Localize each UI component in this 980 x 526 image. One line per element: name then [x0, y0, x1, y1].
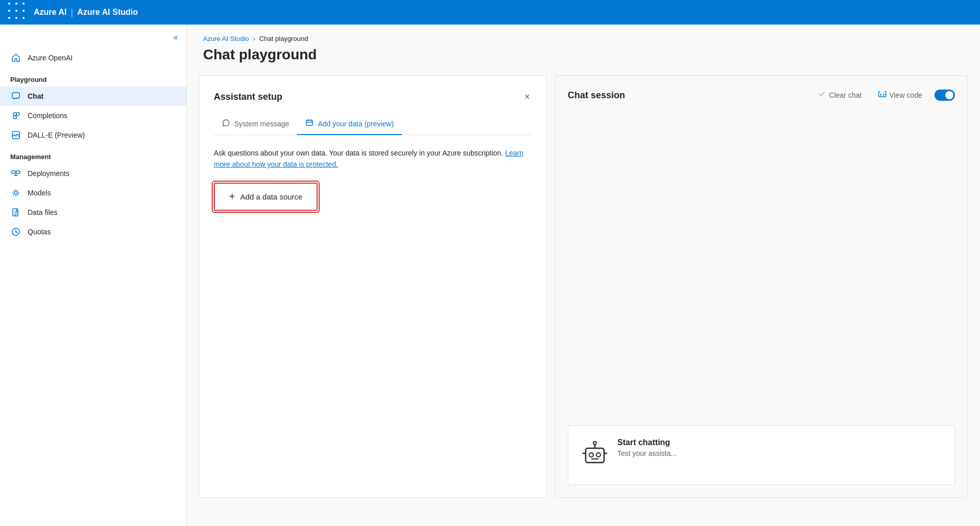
home-icon — [10, 53, 21, 62]
panel-close-button[interactable]: × — [522, 90, 532, 103]
sidebar-label-azure-openai: Azure OpenAI — [28, 54, 73, 62]
sidebar-item-completions[interactable]: Completions — [0, 106, 186, 125]
sidebar-label-models: Models — [28, 189, 51, 197]
system-message-tab-icon — [222, 119, 230, 129]
svg-point-1 — [13, 113, 16, 116]
topbar-divider: | — [71, 7, 73, 18]
view-code-button[interactable]: View code — [874, 88, 926, 102]
sidebar-label-dalle: DALL-E (Preview) — [28, 131, 85, 139]
svg-point-18 — [589, 453, 593, 457]
clear-chat-icon — [818, 90, 826, 100]
sidebar-item-chat[interactable]: Chat — [0, 86, 186, 106]
sidebar-label-chat: Chat — [28, 92, 43, 100]
description-text: Ask questions about your own data. Your … — [214, 147, 532, 170]
sidebar-label-data-files: Data files — [28, 208, 57, 216]
topbar: Azure AI | Azure AI Studio — [0, 0, 980, 25]
sidebar-item-deployments[interactable]: Deployments — [0, 164, 186, 183]
sidebar-item-models[interactable]: Models — [0, 183, 186, 203]
plus-icon: + — [229, 191, 235, 203]
chat-actions: Clear chat View code — [814, 88, 955, 102]
topbar-brand: Azure AI | Azure AI Studio — [34, 7, 138, 18]
svg-point-19 — [596, 453, 600, 457]
svg-rect-16 — [306, 120, 313, 125]
chat-session-title: Chat session — [568, 90, 625, 101]
sidebar-label-deployments: Deployments — [28, 169, 70, 178]
sidebar-label-quotas: Quotas — [28, 228, 51, 236]
sidebar-section-management: Management — [0, 145, 186, 164]
start-chatting-title: Start chatting — [617, 438, 677, 447]
sidebar: « Azure OpenAI Playground Chat — [0, 25, 187, 526]
start-chatting-box: Start chatting Test your assista... — [568, 425, 955, 485]
content-row: Assistant setup × System message — [187, 75, 980, 510]
sidebar-item-quotas[interactable]: Quotas — [0, 222, 186, 242]
data-files-icon — [10, 208, 21, 217]
toggle-area — [934, 90, 955, 101]
brand-right: Azure AI Studio — [77, 8, 138, 17]
chat-icon — [10, 92, 21, 101]
svg-point-22 — [593, 442, 596, 445]
deployments-icon — [10, 169, 21, 178]
tab-add-data[interactable]: Add your data (preview) — [297, 114, 402, 135]
svg-rect-17 — [586, 448, 604, 463]
breadcrumb-current: Chat playground — [259, 35, 308, 42]
completions-icon — [10, 111, 21, 120]
toggle-switch[interactable] — [934, 90, 955, 101]
tab-system-message-label: System message — [234, 120, 289, 128]
view-code-label: View code — [889, 91, 922, 99]
svg-rect-6 — [16, 171, 20, 173]
brand-left: Azure AI — [34, 8, 66, 17]
tab-system-message[interactable]: System message — [214, 114, 297, 135]
sidebar-collapse-area: « — [0, 29, 186, 48]
svg-rect-5 — [12, 171, 15, 173]
view-code-icon — [878, 90, 886, 100]
robot-icon — [581, 438, 609, 472]
dalle-icon — [10, 130, 21, 140]
clear-chat-label: Clear chat — [829, 91, 862, 99]
sidebar-label-completions: Completions — [28, 112, 68, 120]
assistant-panel: Assistant setup × System message — [199, 75, 547, 498]
svg-point-2 — [16, 113, 19, 116]
quotas-icon — [10, 227, 21, 236]
breadcrumb-home-link[interactable]: Azure AI Studio — [203, 35, 249, 42]
svg-point-3 — [13, 116, 16, 119]
assistant-panel-title: Assistant setup — [214, 92, 282, 102]
start-chatting-sub: Test your assista... — [617, 449, 677, 457]
sidebar-item-azure-openai[interactable]: Azure OpenAI — [0, 48, 186, 68]
layout: « Azure OpenAI Playground Chat — [0, 25, 980, 526]
toggle-knob — [945, 91, 953, 99]
start-chatting-text: Start chatting Test your assista... — [617, 438, 677, 457]
sidebar-section-playground: Playground — [0, 68, 186, 86]
svg-rect-0 — [12, 93, 19, 98]
sidebar-collapse-button[interactable]: « — [173, 33, 178, 42]
sidebar-item-data-files[interactable]: Data files — [0, 203, 186, 222]
breadcrumb: Azure AI Studio › Chat playground — [187, 25, 980, 42]
clear-chat-button[interactable]: Clear chat — [814, 88, 866, 102]
chat-session-panel: Chat session Clear chat — [555, 75, 968, 498]
page-title: Chat playground — [187, 42, 980, 75]
main-content: Azure AI Studio › Chat playground Chat p… — [187, 25, 980, 526]
breadcrumb-separator: › — [253, 35, 255, 42]
app-grid-icon[interactable] — [8, 3, 28, 22]
tabs: System message Add your data (preview) — [214, 114, 532, 135]
add-data-tab-icon — [305, 119, 314, 129]
add-data-source-button[interactable]: + Add a data source — [214, 183, 318, 211]
chat-panel-header: Chat session Clear chat — [568, 88, 955, 102]
sidebar-item-dalle[interactable]: DALL-E (Preview) — [0, 125, 186, 145]
panel-header: Assistant setup × — [214, 90, 532, 103]
tab-add-data-label: Add your data (preview) — [318, 120, 394, 128]
models-icon — [10, 188, 21, 198]
add-data-source-label: Add a data source — [240, 192, 303, 201]
svg-point-10 — [14, 191, 17, 194]
